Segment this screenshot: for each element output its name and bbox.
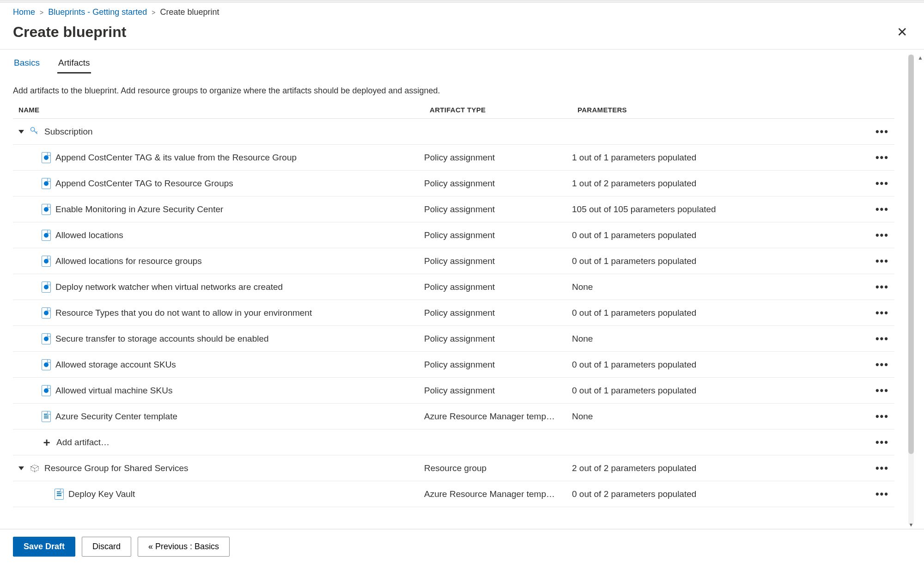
add-artifact-row[interactable]: +Add artifact…•••: [13, 429, 894, 455]
svg-line-2: [36, 131, 37, 133]
name-cell[interactable]: Append CostCenter TAG to Resource Groups: [13, 178, 424, 189]
table-row[interactable]: Secure transfer to storage accounts shou…: [13, 326, 894, 352]
table-row[interactable]: Deploy network watcher when virtual netw…: [13, 274, 894, 300]
table-row[interactable]: Subscription•••: [13, 119, 894, 145]
artifact-type: Policy assignment: [424, 256, 572, 266]
artifact-name: Allowed locations for resource groups: [55, 256, 202, 266]
col-params: PARAMETERS: [578, 106, 861, 114]
breadcrumb-blueprints[interactable]: Blueprints - Getting started: [48, 7, 147, 17]
artifact-name: Enable Monitoring in Azure Security Cent…: [55, 204, 223, 215]
more-actions-button[interactable]: •••: [875, 255, 889, 267]
breadcrumb: Home > Blueprints - Getting started > Cr…: [0, 3, 924, 20]
artifact-params: 0 out of 1 parameters populated: [572, 386, 867, 396]
table-row[interactable]: Allowed locationsPolicy assignment0 out …: [13, 222, 894, 248]
table-row[interactable]: Deploy Key VaultAzure Resource Manager t…: [13, 481, 894, 507]
col-type: ARTIFACT TYPE: [430, 106, 578, 114]
artifact-type: Policy assignment: [424, 153, 572, 163]
more-actions-button[interactable]: •••: [875, 411, 889, 423]
artifact-type: Policy assignment: [424, 230, 572, 240]
name-cell[interactable]: +Add artifact…: [13, 436, 424, 448]
table-row[interactable]: Resource Types that you do not want to a…: [13, 300, 894, 326]
scroll-down-icon[interactable]: ▼: [908, 521, 914, 528]
table-row[interactable]: Allowed virtual machine SKUsPolicy assig…: [13, 378, 894, 404]
artifact-params: 1 out of 1 parameters populated: [572, 153, 867, 163]
name-cell[interactable]: Resource Types that you do not want to a…: [13, 307, 424, 319]
policy-icon: [42, 385, 51, 396]
more-actions-button[interactable]: •••: [875, 152, 889, 164]
artifact-name: Allowed storage account SKUs: [55, 360, 176, 370]
resource-group-icon: [30, 463, 40, 473]
table-header: NAME ARTIFACT TYPE PARAMETERS: [13, 101, 894, 119]
artifact-name: Deploy network watcher when virtual netw…: [55, 282, 283, 292]
page-title: Create blueprint: [13, 24, 126, 41]
artifact-type: Policy assignment: [424, 334, 572, 344]
artifact-type: Azure Resource Manager temp…: [424, 489, 572, 499]
scrollbar[interactable]: [908, 55, 914, 524]
policy-icon: [42, 204, 51, 215]
artifact-params: None: [572, 411, 867, 422]
artifact-name: Append CostCenter TAG to Resource Groups: [55, 178, 233, 189]
caret-down-icon[interactable]: [18, 466, 24, 470]
artifact-name: Resource Types that you do not want to a…: [55, 308, 312, 318]
more-actions-button[interactable]: •••: [875, 126, 889, 138]
name-cell[interactable]: Azure Security Center template: [13, 411, 424, 422]
tab-artifacts[interactable]: Artifacts: [57, 53, 91, 74]
more-actions-button[interactable]: •••: [875, 307, 889, 319]
name-cell[interactable]: Secure transfer to storage accounts shou…: [13, 333, 424, 344]
artifact-type: Azure Resource Manager temp…: [424, 411, 572, 422]
name-cell[interactable]: Enable Monitoring in Azure Security Cent…: [13, 204, 424, 215]
footer-actions: Save Draft Discard « Previous : Basics: [0, 529, 924, 564]
scrollbar-thumb[interactable]: [908, 55, 914, 454]
artifact-type: Policy assignment: [424, 360, 572, 370]
name-cell[interactable]: Allowed locations for resource groups: [13, 256, 424, 267]
name-cell[interactable]: Deploy network watcher when virtual netw…: [13, 282, 424, 293]
more-actions-button[interactable]: •••: [875, 229, 889, 241]
name-cell[interactable]: Allowed virtual machine SKUs: [13, 385, 424, 396]
col-name: NAME: [18, 106, 430, 114]
artifact-name: Deploy Key Vault: [68, 489, 135, 499]
artifact-params: 0 out of 2 parameters populated: [572, 489, 867, 499]
table-row[interactable]: Azure Security Center templateAzure Reso…: [13, 404, 894, 429]
tab-basics[interactable]: Basics: [13, 53, 41, 74]
previous-basics-button[interactable]: « Previous : Basics: [138, 537, 230, 557]
artifact-name: Azure Security Center template: [55, 411, 177, 422]
policy-icon: [42, 256, 51, 267]
table-row[interactable]: Allowed storage account SKUsPolicy assig…: [13, 352, 894, 378]
name-cell[interactable]: Subscription: [13, 126, 424, 137]
name-cell[interactable]: Resource Group for Shared Services: [13, 463, 424, 473]
artifact-params: None: [572, 282, 867, 292]
artifact-name: Secure transfer to storage accounts shou…: [55, 334, 269, 344]
artifact-params: 0 out of 1 parameters populated: [572, 308, 867, 318]
table-row[interactable]: Resource Group for Shared ServicesResour…: [13, 455, 894, 481]
artifact-name: Allowed locations: [55, 230, 123, 240]
name-cell[interactable]: Deploy Key Vault: [13, 489, 424, 500]
breadcrumb-home[interactable]: Home: [13, 7, 35, 17]
artifact-type: Policy assignment: [424, 178, 572, 189]
name-cell[interactable]: Allowed locations: [13, 230, 424, 241]
chevron-right-icon: >: [152, 9, 155, 16]
more-actions-button[interactable]: •••: [875, 462, 889, 474]
close-button[interactable]: ✕: [893, 23, 911, 42]
name-cell[interactable]: Append CostCenter TAG & its value from t…: [13, 152, 424, 163]
table-row[interactable]: Append CostCenter TAG to Resource Groups…: [13, 171, 894, 196]
more-actions-button[interactable]: •••: [875, 436, 889, 448]
discard-button[interactable]: Discard: [82, 537, 131, 557]
chevron-right-icon: >: [40, 9, 43, 16]
table-row[interactable]: Allowed locations for resource groupsPol…: [13, 248, 894, 274]
more-actions-button[interactable]: •••: [875, 488, 889, 500]
caret-down-icon[interactable]: [18, 130, 24, 134]
save-draft-button[interactable]: Save Draft: [13, 537, 75, 557]
more-actions-button[interactable]: •••: [875, 333, 889, 345]
template-icon: [55, 489, 64, 500]
table-row[interactable]: Append CostCenter TAG & its value from t…: [13, 145, 894, 171]
artifact-name: Add artifact…: [56, 437, 109, 448]
name-cell[interactable]: Allowed storage account SKUs: [13, 359, 424, 370]
more-actions-button[interactable]: •••: [875, 178, 889, 190]
table-row[interactable]: Enable Monitoring in Azure Security Cent…: [13, 196, 894, 222]
more-actions-button[interactable]: •••: [875, 385, 889, 397]
more-actions-button[interactable]: •••: [875, 281, 889, 293]
policy-icon: [42, 307, 51, 319]
artifact-params: 0 out of 1 parameters populated: [572, 256, 867, 266]
more-actions-button[interactable]: •••: [875, 203, 889, 215]
more-actions-button[interactable]: •••: [875, 359, 889, 371]
